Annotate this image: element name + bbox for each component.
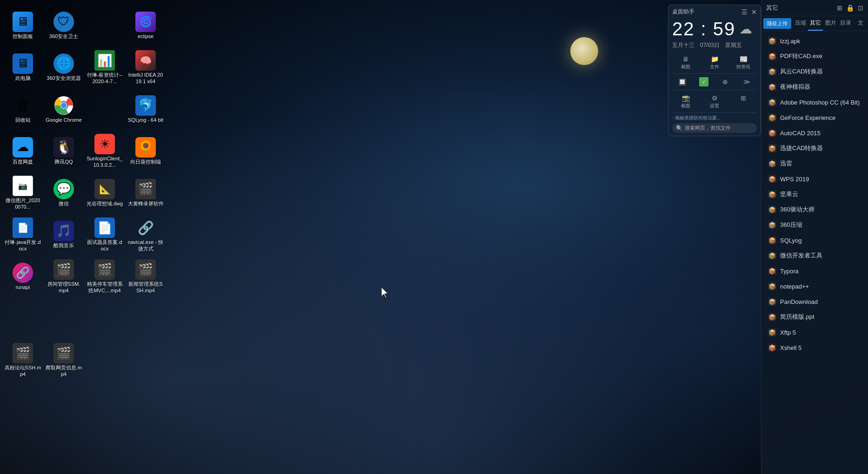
google-chrome-icon[interactable]: Google Chrome (43, 88, 84, 130)
java-docx-icon[interactable]: 📄 付琳-java开发.docx (2, 214, 43, 256)
shortcut-kuaixun-label: 快资讯 (736, 64, 750, 70)
news-video-label: 新闻管理系统SSH.mp4 (127, 281, 164, 293)
widget-time-row: 22 : 59 ☁ (672, 19, 757, 40)
right-item-13[interactable]: 📦 SQLyog (763, 233, 866, 248)
shortcut-setting-label: 设置 (710, 103, 719, 109)
widget-menu-btn[interactable]: ☰ (741, 8, 748, 16)
xianrikui-label: 向日葵控制端 (130, 159, 161, 165)
recycle-bin-img: 🗑 (13, 95, 33, 116)
right-item-1[interactable]: 📦 PDF转CAD.exe (763, 49, 866, 64)
right-item-7[interactable]: 📦 迅捷CAD转换器 (763, 141, 866, 156)
guanggu-img: 📐 (94, 179, 115, 199)
360browser-icon[interactable]: 🌐 360安全浏览器 (43, 46, 84, 88)
shortcut-grid1[interactable]: 🔲 (672, 76, 692, 88)
this-pc-icon[interactable]: 🖥 此电脑 (2, 46, 43, 88)
right-item-20[interactable]: 📦 Xshell 5 (763, 340, 866, 355)
tab-directory[interactable]: 目录 (838, 16, 853, 31)
right-item-icon-11: 📦 (768, 205, 776, 214)
xianrikui-icon[interactable]: 🌻 向日葵控制端 (125, 130, 166, 172)
qq-icon[interactable]: 🐧 腾讯QQ (43, 130, 84, 172)
widget-close-btn[interactable]: ✕ (751, 8, 757, 16)
shortcut-green[interactable]: ✓ (694, 76, 714, 88)
this-pc-label: 此电脑 (15, 75, 31, 81)
right-item-17[interactable]: 📦 PanDownload (763, 294, 866, 309)
green-icon: ✓ (699, 77, 708, 86)
shortcut-arrow[interactable]: ≫ (737, 76, 757, 88)
shortcut-screenshot[interactable]: 🖥 截图 (672, 53, 699, 72)
right-item-9[interactable]: 📦 WPS 2019 (763, 171, 866, 186)
control-panel-icon[interactable]: 🖥 控制面板 (2, 5, 43, 46)
360safe-icon[interactable]: 🛡 360安全卫士 (43, 5, 84, 46)
qq-img: 🐧 (53, 137, 74, 158)
right-item-icon-12: 📦 (768, 221, 776, 229)
guanggu-icon[interactable]: 📐 光谷理想域.dwg (84, 172, 125, 214)
house-video-icon[interactable]: 🎬 房间管理SSM.mp4 (43, 256, 84, 297)
right-item-0[interactable]: 📦 lzzj.apk (763, 33, 866, 48)
right-item-icon-1: 📦 (768, 52, 776, 60)
shortcut-kuaixun[interactable]: 📰 快资讯 (730, 53, 757, 72)
right-item-3[interactable]: 📦 夜神模拟器 (763, 79, 866, 94)
right-item-18[interactable]: 📦 简历模版.ppt (763, 309, 866, 324)
icon-row-1: 🖥 此电脑 🌐 360安全浏览器 📊 付琳-薪资统计--2020-4-7... … (2, 46, 193, 88)
right-item-11[interactable]: 📦 360驱动大师 (763, 202, 866, 217)
right-item-16[interactable]: 📦 notepad++ (763, 279, 866, 294)
sunlogin-icon[interactable]: ☀ SunloginClient_10.3.0.2... (84, 130, 125, 172)
kugou-icon[interactable]: 🎵 酷我音乐 (43, 214, 84, 256)
tab-other[interactable]: 其它 (808, 16, 823, 31)
intellij-img: 🧠 (135, 50, 156, 71)
expand-icon[interactable]: ⊡ (858, 4, 863, 12)
more-icon: ⊕ (719, 77, 732, 86)
news-video-icon[interactable]: 🎬 新闻管理系统SSH.mp4 (125, 256, 166, 297)
right-item-14[interactable]: 📦 微信开发者工具 (763, 248, 866, 263)
icon-row-8: 🎬 高校论坛SSH.mp4 🎬 爬取网页信息.mp4 (2, 339, 193, 381)
shortcut-more[interactable]: ⊕ (715, 76, 735, 88)
shortcut-file[interactable]: 📁 文件 (701, 53, 728, 72)
baidu-pan-icon[interactable]: ☁ 百度网盘 (2, 130, 43, 172)
forum-video-icon[interactable]: 🎬 高校论坛SSH.mp4 (2, 339, 43, 381)
right-item-6[interactable]: 📦 AutoCAD 2015 (763, 125, 866, 140)
runapi-icon[interactable]: 🔗 runapi (2, 256, 43, 297)
sunlogin-label: SunloginClient_10.3.0.2... (86, 156, 123, 168)
upload-button[interactable]: 随处上传 (763, 18, 791, 29)
right-item-2[interactable]: 📦 风云CAD转换器 (763, 64, 866, 79)
wechat-icon[interactable]: 💬 微信 (43, 172, 84, 214)
eclipse-icon[interactable]: 🌀 eclipse (125, 5, 166, 46)
tab-image[interactable]: 图片 (823, 16, 838, 31)
sqlyog-icon[interactable]: 🐬 SQLyog - 64 bit (125, 88, 166, 130)
widget-search[interactable]: 🔍 搜索网页，查找文件 (672, 123, 757, 133)
dahuangfeng-label: 大黄蜂录屏软件 (128, 201, 164, 207)
tab-text[interactable]: 文 (853, 16, 868, 31)
dahuangfeng-icon[interactable]: 🎬 大黄蜂录屏软件 (125, 172, 166, 214)
right-item-4[interactable]: 📦 Adobe Photoshop CC (64 Bit) (763, 95, 866, 110)
grid-view-icon[interactable]: ⊞ (837, 4, 842, 12)
widget-search-text: 搜索网页，查找文件 (685, 125, 731, 132)
tab-compress[interactable]: 压缩 (793, 16, 808, 31)
shortcut-cam[interactable]: 📸 截图 (672, 92, 699, 111)
parking-video-icon[interactable]: 🎬 精美停车管理系统MVC....mp4 (84, 256, 125, 297)
crawler-video-icon[interactable]: 🎬 爬取网页信息.mp4 (43, 339, 84, 381)
runapi-label: runapi (16, 284, 30, 290)
shortcut-qr[interactable]: ⊞ (730, 92, 757, 111)
right-item-5[interactable]: 📦 GeForce Experience (763, 110, 866, 125)
lock-icon[interactable]: 🔒 (846, 4, 854, 12)
intellij-icon[interactable]: 🧠 IntelliJ IDEA 2019.1 x64 (125, 46, 166, 88)
right-item-12[interactable]: 📦 360压缩 (763, 217, 866, 232)
wechat-img2: 💬 (53, 179, 74, 199)
widget-news[interactable]: · 揭秘美国防控校法案... (672, 112, 757, 121)
sunlogin-img: ☀ (94, 134, 115, 154)
mianshi-icon[interactable]: 📄 面试题及答案.docx (84, 214, 125, 256)
right-item-15[interactable]: 📦 Typora (763, 263, 866, 278)
wechat-img-icon[interactable]: 📷 微信图片_20200070... (2, 172, 43, 214)
icon-row-6: 🔗 runapi 🎬 房间管理SSM.mp4 🎬 精美停车管理系统MVC....… (2, 256, 193, 297)
crawler-video-img: 🎬 (53, 343, 74, 363)
navicat-icon[interactable]: 🔗 navicat.exe - 快捷方式 (125, 214, 166, 256)
shortcut-setting[interactable]: ⚙ 设置 (701, 92, 728, 111)
right-item-10[interactable]: 📦 坚果云 (763, 187, 866, 202)
salary-sheet-icon[interactable]: 📊 付琳-薪资统计--2020-4-7... (84, 46, 125, 88)
right-item-8[interactable]: 📦 迅雷 (763, 156, 866, 171)
360browser-label: 360安全浏览器 (47, 75, 80, 81)
right-item-label-11: 360驱动大师 (780, 205, 815, 214)
right-item-19[interactable]: 📦 Xftp 5 (763, 325, 866, 340)
icon-row-7 (2, 297, 193, 339)
recycle-bin-icon[interactable]: 🗑 回收站 (2, 88, 43, 130)
